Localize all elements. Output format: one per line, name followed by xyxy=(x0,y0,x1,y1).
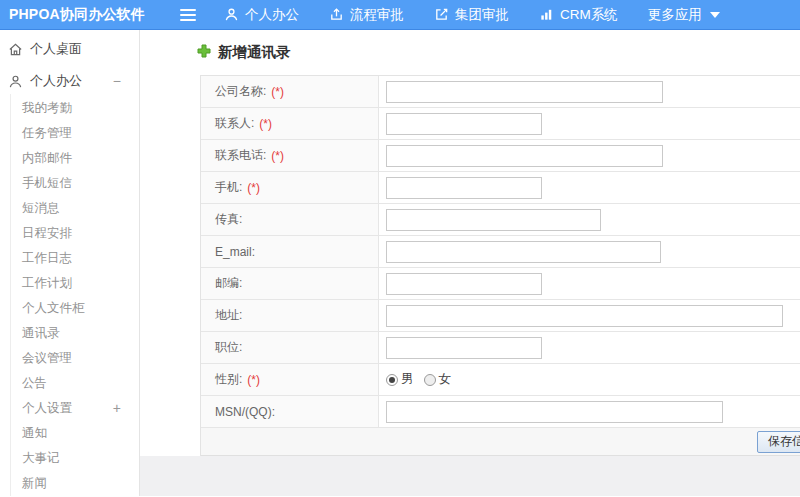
radio-selected-icon[interactable] xyxy=(386,374,398,386)
page-title-row: 新增通讯录 xyxy=(140,30,800,75)
sidebar-item-schedule[interactable]: 日程安排 xyxy=(11,221,139,246)
nav-label: CRM系统 xyxy=(560,6,618,24)
zipcode-input[interactable] xyxy=(386,273,542,295)
form-actions-row: 保存信息 xyxy=(201,428,800,456)
gender-male-label: 男 xyxy=(401,371,414,388)
required-marker: (*) xyxy=(247,181,260,195)
user-icon xyxy=(8,74,23,89)
nav-group-approval[interactable]: 集团审批 xyxy=(434,6,509,24)
nav-more-apps[interactable]: 更多应用 xyxy=(648,6,720,24)
sidebar-item-internal-mail[interactable]: 内部邮件 xyxy=(11,146,139,171)
gender-female-label: 女 xyxy=(439,371,452,388)
form-row-address: 地址: xyxy=(201,300,800,332)
content-background xyxy=(140,456,800,496)
company-name-input[interactable] xyxy=(386,81,663,103)
nav-label: 更多应用 xyxy=(648,6,702,24)
msn-qq-input[interactable] xyxy=(386,401,723,423)
main-content: 新增通讯录 公司名称:(*) 联系人:(*) 联系电话:(*) 手机:(*) 传… xyxy=(140,30,800,496)
top-nav: 个人办公 流程审批 集团审批 xyxy=(224,6,750,24)
hamburger-menu-icon[interactable] xyxy=(178,7,198,23)
form-row-contact-person: 联系人:(*) xyxy=(201,108,800,140)
edit-square-icon xyxy=(434,7,449,22)
gender-female-option[interactable]: 女 xyxy=(424,371,452,388)
field-label: 地址: xyxy=(215,307,242,324)
expand-plus-icon[interactable]: + xyxy=(113,396,121,421)
sidebar-submenu: 我的考勤 任务管理 内部邮件 手机短信 短消息 日程安排 工作日志 工作计划 个… xyxy=(10,94,139,496)
top-header: PHPOA协同办公软件 个人办公 流程审批 xyxy=(0,0,800,30)
sidebar-item-desktop[interactable]: 个人桌面 xyxy=(0,36,139,62)
sidebar-item-meetings[interactable]: 会议管理 xyxy=(11,346,139,371)
form-row-position: 职位: xyxy=(201,332,800,364)
add-plus-icon xyxy=(197,44,211,62)
email-input[interactable] xyxy=(386,241,661,263)
field-label: 公司名称: xyxy=(215,83,266,100)
required-marker: (*) xyxy=(259,117,272,131)
sidebar: 个人桌面 个人办公 − 我的考勤 任务管理 内部邮件 手机短信 短消息 日程安排… xyxy=(0,30,140,496)
gender-male-option[interactable]: 男 xyxy=(386,371,414,388)
field-label: 邮编: xyxy=(215,275,242,292)
sidebar-item-work-log[interactable]: 工作日志 xyxy=(11,246,139,271)
sidebar-item-file-cabinet[interactable]: 个人文件柜 xyxy=(11,296,139,321)
sidebar-item-personal-settings[interactable]: 个人设置 + xyxy=(11,396,139,421)
required-marker: (*) xyxy=(271,149,284,163)
mobile-input[interactable] xyxy=(386,177,542,199)
page-title: 新增通讯录 xyxy=(218,43,291,62)
address-input[interactable] xyxy=(386,305,783,327)
save-button[interactable]: 保存信息 xyxy=(757,431,800,453)
required-marker: (*) xyxy=(247,373,260,387)
field-label: 性别: xyxy=(215,371,242,388)
required-marker: (*) xyxy=(271,85,284,99)
sidebar-item-tasks[interactable]: 任务管理 xyxy=(11,121,139,146)
field-label: 传真: xyxy=(215,211,242,228)
contact-person-input[interactable] xyxy=(386,113,542,135)
collapse-minus-icon[interactable]: − xyxy=(113,74,121,88)
bar-chart-icon xyxy=(539,7,554,22)
new-contact-form: 公司名称:(*) 联系人:(*) 联系电话:(*) 手机:(*) 传真: E_m… xyxy=(200,75,800,456)
field-label: 联系电话: xyxy=(215,147,266,164)
radio-unselected-icon[interactable] xyxy=(424,374,436,386)
contact-phone-input[interactable] xyxy=(386,145,663,167)
sidebar-item-announcements[interactable]: 公告 xyxy=(11,371,139,396)
form-row-zipcode: 邮编: xyxy=(201,268,800,300)
field-label: 联系人: xyxy=(215,115,254,132)
nav-crm[interactable]: CRM系统 xyxy=(539,6,618,24)
nav-label: 个人办公 xyxy=(245,6,299,24)
caret-down-icon xyxy=(710,12,720,18)
user-icon xyxy=(224,7,239,22)
nav-personal-office[interactable]: 个人办公 xyxy=(224,6,299,24)
sidebar-item-attendance[interactable]: 我的考勤 xyxy=(11,96,139,121)
form-row-company: 公司名称:(*) xyxy=(201,76,800,108)
form-row-fax: 传真: xyxy=(201,204,800,236)
field-label: E_mail: xyxy=(215,245,255,259)
nav-label: 流程审批 xyxy=(350,6,404,24)
form-row-msn-qq: MSN/(QQ): xyxy=(201,396,800,428)
nav-label: 集团审批 xyxy=(455,6,509,24)
field-label: 职位: xyxy=(215,339,242,356)
gender-radio-group: 男 女 xyxy=(386,371,451,388)
sidebar-item-label: 个人桌面 xyxy=(30,40,82,58)
form-row-email: E_mail: xyxy=(201,236,800,268)
fax-input[interactable] xyxy=(386,209,601,231)
sidebar-item-contacts[interactable]: 通讯录 xyxy=(11,321,139,346)
sidebar-item-work-plan[interactable]: 工作计划 xyxy=(11,271,139,296)
sidebar-item-personal-office[interactable]: 个人办公 − xyxy=(0,68,139,94)
sidebar-item-news[interactable]: 新闻 xyxy=(11,471,139,496)
home-icon xyxy=(8,42,23,57)
position-input[interactable] xyxy=(386,337,542,359)
app-logo: PHPOA协同办公软件 xyxy=(0,6,162,24)
flow-approval-icon xyxy=(329,7,344,22)
form-row-contact-phone: 联系电话:(*) xyxy=(201,140,800,172)
sidebar-item-sms[interactable]: 手机短信 xyxy=(11,171,139,196)
form-row-mobile: 手机:(*) xyxy=(201,172,800,204)
sidebar-item-notices[interactable]: 通知 xyxy=(11,421,139,446)
nav-flow-approval[interactable]: 流程审批 xyxy=(329,6,404,24)
form-row-gender: 性别:(*) 男 女 xyxy=(201,364,800,396)
sidebar-item-short-message[interactable]: 短消息 xyxy=(11,196,139,221)
field-label: 手机: xyxy=(215,179,242,196)
field-label: MSN/(QQ): xyxy=(215,405,275,419)
sidebar-item-label: 个人办公 xyxy=(30,72,82,90)
sidebar-item-events[interactable]: 大事记 xyxy=(11,446,139,471)
